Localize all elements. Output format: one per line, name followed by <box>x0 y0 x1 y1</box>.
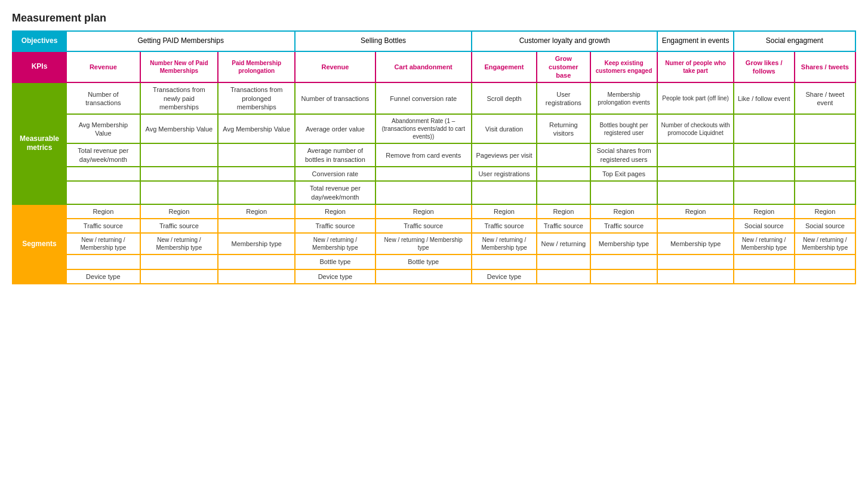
obj-engagement: Engagment in events <box>657 31 733 51</box>
seg-2-9: New / returning / Membership type <box>734 233 795 254</box>
metric-4-10 <box>795 181 855 204</box>
kpi-10: Shares / tweets <box>795 51 855 83</box>
metrics-label: Measurable metrics <box>13 82 66 204</box>
kpi-6: Grow customer base <box>537 51 590 83</box>
segments-row-0: Segments Region Region Region Region Reg… <box>13 204 855 219</box>
metric-4-7 <box>590 181 658 204</box>
metric-3-0 <box>66 167 140 181</box>
objectives-label: Objectives <box>13 31 66 51</box>
metric-3-3: Conversion rate <box>295 167 375 181</box>
kpi-3: Revenue <box>295 51 375 83</box>
metric-1-2: Avg Membership Value <box>218 114 295 143</box>
metrics-row-3: Conversion rate User registrations Top E… <box>13 167 855 181</box>
segments-row-4: Device type Device type Device type <box>13 269 855 284</box>
seg-2-10: New / returning / Membership type <box>795 233 855 254</box>
segments-row-3: Bottle type Bottle type <box>13 254 855 269</box>
kpi-5: Engagement <box>472 51 537 83</box>
metric-1-1: Avg Membership Value <box>140 114 218 143</box>
metric-0-10: Share / tweet event <box>795 82 855 114</box>
seg-0-10: Region <box>795 204 855 219</box>
seg-1-10: Social source <box>795 219 855 233</box>
seg-2-8: Membership type <box>657 233 733 254</box>
metric-2-9 <box>734 143 795 167</box>
seg-0-5: Region <box>472 204 537 219</box>
metric-1-5: Visit duration <box>472 114 537 143</box>
metric-4-5 <box>472 181 537 204</box>
metric-2-3: Average number of bottles in transaction <box>295 143 375 167</box>
kpi-1: Number New of Paid Memberships <box>140 51 218 83</box>
seg-1-0: Traffic source <box>66 219 140 233</box>
metric-0-1: Transactions from newly paid memberships <box>140 82 218 114</box>
metric-0-6: User registrations <box>537 82 590 114</box>
seg-2-1: New / returning / Membership type <box>140 233 218 254</box>
metrics-row-2: Total revenue per day/week/month Average… <box>13 143 855 167</box>
seg-4-4 <box>375 269 472 284</box>
metric-2-1 <box>140 143 218 167</box>
kpi-8: Numer of people who take part <box>657 51 733 83</box>
seg-3-7 <box>590 254 658 269</box>
seg-2-0: New / returning / Membership type <box>66 233 140 254</box>
seg-0-9: Region <box>734 204 795 219</box>
metric-3-5: User registrations <box>472 167 537 181</box>
seg-1-8 <box>657 219 733 233</box>
metric-0-0: Number of transactions <box>66 82 140 114</box>
metric-4-4 <box>375 181 472 204</box>
seg-0-2: Region <box>218 204 295 219</box>
metric-4-8 <box>657 181 733 204</box>
metric-2-7: Social shares from registered users <box>590 143 658 167</box>
metric-2-4: Remove from card events <box>375 143 472 167</box>
kpi-9: Grow likes / follows <box>734 51 795 83</box>
metric-4-9 <box>734 181 795 204</box>
seg-2-5: New / returning / Membership type <box>472 233 537 254</box>
seg-4-1 <box>140 269 218 284</box>
metric-0-5: Scroll depth <box>472 82 537 114</box>
obj-getting-paid: Getting PAID Memberships <box>66 31 295 51</box>
metrics-row-0: Measurable metrics Number of transaction… <box>13 82 855 114</box>
metric-3-6 <box>537 167 590 181</box>
seg-2-7: Membership type <box>590 233 658 254</box>
seg-0-6: Region <box>537 204 590 219</box>
seg-4-0: Device type <box>66 269 140 284</box>
metric-3-1 <box>140 167 218 181</box>
seg-2-4: New / returning / Membership type <box>375 233 472 254</box>
metrics-row-1: Avg Membership Value Avg Membership Valu… <box>13 114 855 143</box>
seg-3-3: Bottle type <box>295 254 375 269</box>
metric-0-8: People took part (off line) <box>657 82 733 114</box>
metric-1-0: Avg Membership Value <box>66 114 140 143</box>
seg-0-3: Region <box>295 204 375 219</box>
seg-4-6 <box>537 269 590 284</box>
metric-4-2 <box>218 181 295 204</box>
seg-0-0: Region <box>66 204 140 219</box>
seg-1-2 <box>218 219 295 233</box>
seg-2-2: Membership type <box>218 233 295 254</box>
segments-row-2: New / returning / Membership type New / … <box>13 233 855 254</box>
metric-4-6 <box>537 181 590 204</box>
metric-1-7: Bottles bought per registered user <box>590 114 658 143</box>
seg-3-1 <box>140 254 218 269</box>
seg-1-6: Traffic source <box>537 219 590 233</box>
seg-4-3: Device type <box>295 269 375 284</box>
seg-1-5: Traffic source <box>472 219 537 233</box>
metric-1-9 <box>734 114 795 143</box>
kpi-4: Cart abandonment <box>375 51 472 83</box>
seg-4-8 <box>657 269 733 284</box>
metric-2-2 <box>218 143 295 167</box>
seg-0-4: Region <box>375 204 472 219</box>
metric-1-10 <box>795 114 855 143</box>
objectives-row: Objectives Getting PAID Memberships Sell… <box>13 31 855 51</box>
seg-4-10 <box>795 269 855 284</box>
seg-4-2 <box>218 269 295 284</box>
metric-3-4 <box>375 167 472 181</box>
seg-3-8 <box>657 254 733 269</box>
seg-4-9 <box>734 269 795 284</box>
seg-3-0 <box>66 254 140 269</box>
kpi-0: Revenue <box>66 51 140 83</box>
obj-selling-bottles: Selling Bottles <box>295 31 472 51</box>
seg-0-7: Region <box>590 204 658 219</box>
kpi-2: Paid Membership prolongation <box>218 51 295 83</box>
seg-4-5: Device type <box>472 269 537 284</box>
metric-2-0: Total revenue per day/week/month <box>66 143 140 167</box>
seg-1-1: Traffic source <box>140 219 218 233</box>
seg-0-1: Region <box>140 204 218 219</box>
metric-1-6: Returning visitors <box>537 114 590 143</box>
